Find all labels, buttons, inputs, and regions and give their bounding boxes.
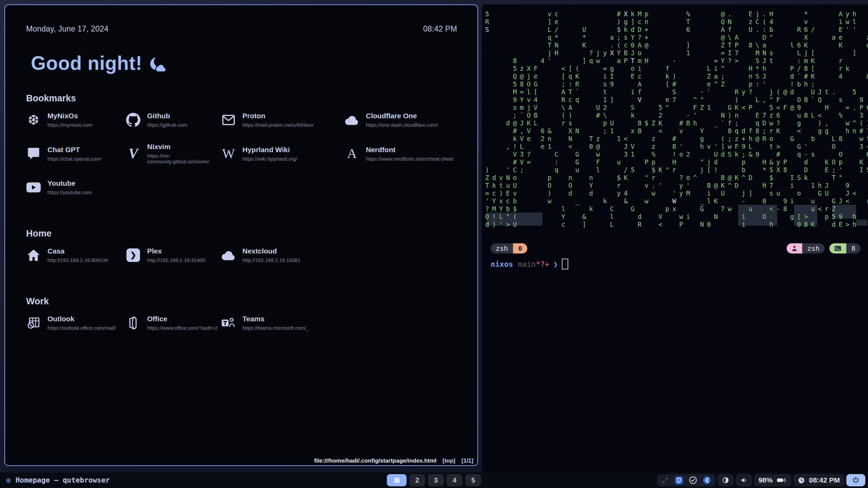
matrix-row: ,!L e1 < 0@ JV z 8' hv']wF9L t> G' O 3+ … (485, 143, 868, 150)
bookmark-title: Github (147, 112, 187, 120)
section-bookmarks: Bookmarks❆MyNixOshttps://mynixos.comGith… (26, 93, 457, 195)
matrix-row: kVe 2n N Tz 1< z # g (;z+h@Ro G b L8 wt>… (485, 135, 868, 143)
bookmark-url: https://one.dash.cloudflare.com/ (366, 122, 438, 128)
nixos-snowflake-icon: ❆ (6, 476, 11, 484)
bookmark-youtube[interactable]: Youtubehttps://youtube.com (26, 179, 126, 195)
clock-text: 08:42 PM (423, 24, 457, 34)
greeting-text: Good night! (31, 52, 142, 74)
bookmark-chat-gpt[interactable]: Chat GPThttps://chat.openai.com/ (26, 143, 126, 164)
tmux-left-pill[interactable]: zsh 0 (491, 243, 527, 253)
bookmark-url: https://github.com (147, 122, 187, 128)
statusbar-scroll-indicator: [top] (442, 458, 455, 464)
tmux-pill-label: 8 (846, 243, 861, 253)
clock-widget[interactable]: 08:42 PM (793, 474, 844, 486)
bookmark-hyprland-wiki[interactable]: WHyprland Wikihttps://wiki.hyprland.org/ (221, 143, 344, 164)
matrix-row: ZdvNo p n n $K "r ?o^ B@K^D $ ISk T" (485, 174, 868, 182)
bookmark-title: Youtube (47, 179, 92, 187)
matrix-row: M=l[ AT` t if S -` Ry? j(@d UJt. 5 L Q=2… (485, 88, 868, 96)
bookmark-outlook[interactable]: Outlookhttps://outlook.office.com/mail/ (26, 315, 126, 331)
bookmark-title: MyNixOs (47, 112, 93, 120)
volume-control[interactable] (736, 474, 752, 486)
workspace-5[interactable]: 5 (465, 474, 481, 486)
bookmark-title: Plex (147, 247, 205, 255)
matrix-row: V3? C G w 31 % !o2 UdSk;&9 # q-s O K r < (485, 150, 868, 158)
bookmark-nixvim[interactable]: VNixvimhttps://nix-community.github.io/n… (126, 143, 221, 164)
matrix-row: =c)Ev ) d d y4 w 'yM i U j] su o GU J< 9… (485, 189, 868, 197)
matrix-row: Q@je [qK iI Ec k) Za; nSJ d`#K 4 &l 9^ _ (485, 73, 868, 80)
bookmark-cloudflare-one[interactable]: Cloudflare Onehttps://one.dash.cloudflar… (344, 112, 457, 128)
check-circle-icon[interactable] (689, 476, 697, 484)
bookmark-casa[interactable]: Casahttp://192.168.2.16:8081/#/ (26, 247, 126, 263)
matrix-row: ?MYb$ l k C G px G 7w u <-8 u<rZ (485, 205, 868, 213)
battery-indicator[interactable]: 98% (754, 474, 791, 486)
bookmark-proton[interactable]: Protonhttps://mail.proton.me/u/0/inbox (221, 112, 344, 128)
letter-a-icon: A (344, 146, 359, 161)
bookmark-url: http://192.168.2.16:10081 (242, 257, 300, 263)
tmux-right-pills: zsh8 (787, 243, 861, 253)
bookmark-teams[interactable]: Teamshttps://teams.microsoft.com/_ (221, 315, 344, 331)
statusbar-url: file:///home/hadi/.config/startpage/inde… (314, 458, 436, 464)
matrix-row: q* * a;sY?+ @\A D" X ae z.l?, (485, 34, 868, 41)
power-button[interactable] (846, 474, 865, 486)
bookmark-github[interactable]: Githubhttps://github.com (126, 112, 221, 128)
bookmark-url: https://outlook.office.com/mail/ (47, 325, 116, 331)
outlook-icon (26, 316, 41, 330)
bookmark-nextcloud[interactable]: Nextcloudhttp://192.168.2.16:10081 (221, 247, 344, 263)
bookmark-mynixos[interactable]: ❆MyNixOshttps://mynixos.com (26, 112, 126, 128)
matrix-row: #V= : G F u Pp H "jd p H&yP d KOp K s \ (485, 158, 868, 166)
kdeconnect-icon[interactable] (662, 476, 669, 484)
cmatrix-pane: 5 vc #XkMp % @. Ej.H * Ayh q tP) $5ZrR ]… (485, 10, 868, 228)
night-light-toggle[interactable] (717, 474, 734, 486)
matrix-row: 'Yxcb w _ k & w W _lK - 0 9i u GJ< r1 G (485, 197, 868, 205)
tmux-pill-8[interactable]: 8 (829, 243, 861, 253)
text-cursor (562, 259, 568, 269)
workspace-3[interactable]: 3 (428, 474, 444, 486)
window-title-text: Homepage — qutebrowser (16, 476, 110, 484)
matrix-row: TktuU O O Y r v.' y' B@K^D H7 i 1hJ 9 (485, 182, 868, 189)
workspace-2[interactable]: 2 (409, 474, 425, 486)
section-title: Work (26, 296, 457, 307)
matrix-row: jH ?jyXYBJo 1 =I7 MNs Lj[ ] / +@0R] q< (485, 49, 868, 57)
cloud-icon (221, 248, 236, 263)
shell-prompt[interactable]: nixos main*?+ ❯ (491, 259, 568, 269)
matrix-row: 8 4' ]qw aPTmH - =Y?> SJt :mK r v 0C(Q 2… (485, 57, 868, 65)
bookmark-nerdfont[interactable]: ANerdfonthttps://www.nerdfonts.com/cheat… (344, 143, 457, 164)
cloud-icon (344, 113, 359, 127)
matrix-row: S L/ U $kdD+ 6 Af U.:b R6/ E'' 8 je *&=` (485, 26, 868, 34)
qutebrowser-statusbar: file:///home/hadi/.config/startpage/inde… (5, 456, 477, 465)
bookmark-plex[interactable]: ❯Plexhttp://192.168.2.16:32400 (126, 247, 221, 263)
section-title: Home (26, 228, 457, 239)
home-icon (26, 248, 41, 263)
section-work: WorkOutlookhttps://outlook.office.com/ma… (26, 296, 457, 331)
taskbar-window-title[interactable]: ❆ Homepage — qutebrowser (6, 472, 110, 488)
matrix-row: #,V 6& XN ;1 xB < v Y 8qdf8;rK < gg hn#?… (485, 127, 868, 135)
matrix-row: R ]e )g]cn T QN zC(4 v iwl z u@s ".8j (485, 18, 868, 26)
nixos-snowflake-icon: ❆ (26, 113, 41, 127)
date-text: Monday, June 17, 2024 (26, 24, 108, 34)
bookmark-title: Casa (47, 247, 108, 255)
tmux-pill-zsh[interactable]: zsh (787, 243, 825, 253)
letter-v-icon: V (126, 146, 141, 161)
volume-icon (740, 476, 748, 484)
matrix-row: d)'>U c ] L R < P N0 i h 08K dE>h (485, 221, 868, 228)
terminal-window[interactable]: 5 vc #XkMp % @. Ej.H * Ayh q tP) $5ZrR ]… (482, 4, 868, 472)
battery-charging-icon (777, 477, 787, 484)
terminal-icon (829, 243, 846, 253)
workspace-1-active[interactable] (387, 474, 407, 486)
bookmark-title: Chat GPT (47, 146, 101, 154)
taskbar-right: 98% 08:42 PM (657, 474, 865, 486)
bookmark-url: https://www.nerdfonts.com/cheat-sheet (366, 156, 453, 162)
youtube-play-icon (26, 180, 41, 195)
active-workspace-dot (394, 477, 400, 483)
workspace-4[interactable]: 4 (447, 474, 462, 486)
tmux-window-index: 0 (513, 243, 527, 253)
prompt-git-branch: main*?+ (518, 260, 549, 268)
battery-percent: 98% (758, 476, 773, 484)
desktop: Monday, June 17, 2024 08:42 PM Good nigh… (0, 0, 868, 488)
netshield-icon[interactable] (675, 476, 683, 485)
night-light-icon (722, 476, 729, 484)
bookmark-office[interactable]: Officehttps://www.office.com/?auth=2 (126, 315, 221, 331)
bluetooth-icon[interactable] (703, 476, 711, 484)
clock-icon (798, 477, 805, 484)
power-icon (852, 476, 860, 485)
